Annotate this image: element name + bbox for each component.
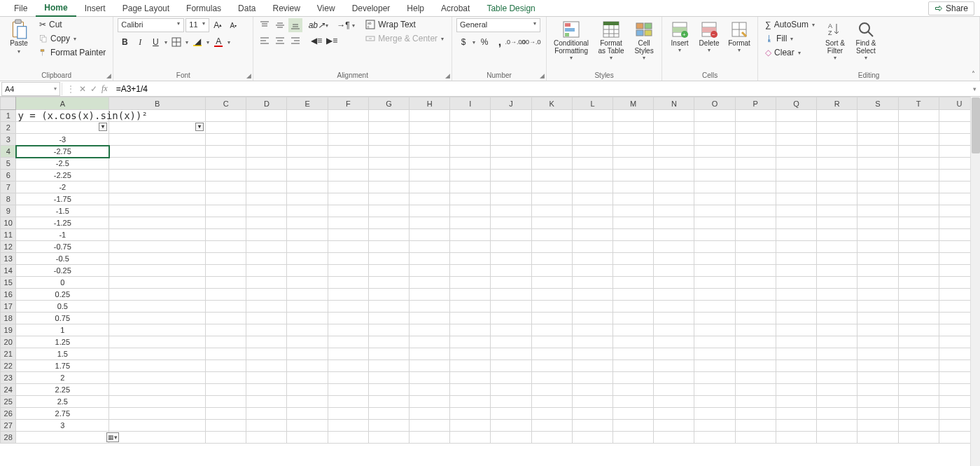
cell-D28[interactable] xyxy=(246,432,287,444)
cell-S14[interactable] xyxy=(858,265,898,277)
cell-F3[interactable] xyxy=(328,134,368,146)
cell-K28[interactable] xyxy=(531,432,572,444)
row-header-14[interactable]: 14 xyxy=(1,265,16,277)
format-as-table-button[interactable]: Format as Table ▾ xyxy=(594,18,628,62)
cell-I19[interactable] xyxy=(450,324,491,336)
column-header-E[interactable]: E xyxy=(287,97,328,110)
cell-R10[interactable] xyxy=(817,217,858,229)
row-header-20[interactable]: 20 xyxy=(1,336,16,348)
row-header-5[interactable]: 5 xyxy=(1,158,16,170)
row-header-11[interactable]: 11 xyxy=(1,229,16,241)
cell-M22[interactable] xyxy=(613,360,654,372)
cell-L4[interactable] xyxy=(572,146,612,158)
cell-styles-button[interactable]: Cell Styles ▾ xyxy=(631,18,657,62)
cell-T7[interactable] xyxy=(898,181,939,193)
cell-M11[interactable] xyxy=(613,229,654,241)
cell-A5[interactable]: -2.5 xyxy=(16,158,109,170)
cell-Q17[interactable] xyxy=(776,301,816,313)
cell-M15[interactable] xyxy=(613,277,654,289)
row-header-4[interactable]: 4 xyxy=(1,146,16,158)
option-dots-icon[interactable]: ⋮ xyxy=(66,84,75,94)
cell-S12[interactable] xyxy=(858,241,898,253)
cell-M1[interactable] xyxy=(613,110,654,122)
cell-O8[interactable] xyxy=(694,193,735,205)
cell-T18[interactable] xyxy=(898,313,939,324)
column-header-P[interactable]: P xyxy=(735,97,776,110)
row-header-9[interactable]: 9 xyxy=(1,205,16,217)
cell-D17[interactable] xyxy=(246,301,287,313)
cell-P3[interactable] xyxy=(735,134,776,146)
cell-M27[interactable] xyxy=(613,420,654,432)
cell-H16[interactable] xyxy=(410,289,450,301)
cell-A23[interactable]: 2 xyxy=(16,372,109,384)
sort-filter-dropdown-icon[interactable]: ▾ xyxy=(833,55,837,61)
cell-B5[interactable] xyxy=(109,158,206,170)
cell-S27[interactable] xyxy=(858,420,898,432)
cut-button[interactable]: ✂ Cut xyxy=(36,18,108,31)
cell-F24[interactable] xyxy=(328,384,368,396)
cell-N4[interactable] xyxy=(654,146,694,158)
cell-F13[interactable] xyxy=(328,253,368,265)
cell-R11[interactable] xyxy=(817,229,858,241)
cell-M17[interactable] xyxy=(613,301,654,313)
cell-C9[interactable] xyxy=(206,205,246,217)
cell-A16[interactable]: 0.25 xyxy=(16,289,109,301)
cell-R1[interactable] xyxy=(817,110,858,122)
cell-J2[interactable] xyxy=(491,122,531,134)
cell-R2[interactable] xyxy=(817,122,858,134)
cell-M18[interactable] xyxy=(613,313,654,324)
cell-L6[interactable] xyxy=(572,170,612,181)
cell-N27[interactable] xyxy=(654,420,694,432)
cell-I14[interactable] xyxy=(450,265,491,277)
cell-L2[interactable] xyxy=(572,122,612,134)
number-launcher-icon[interactable]: ◢ xyxy=(540,72,545,79)
column-header-A[interactable]: A xyxy=(16,97,109,110)
cell-Q25[interactable] xyxy=(776,396,816,408)
cell-G6[interactable] xyxy=(368,170,409,181)
cell-Q26[interactable] xyxy=(776,408,816,420)
cell-T13[interactable] xyxy=(898,253,939,265)
cell-E2[interactable] xyxy=(287,122,328,134)
cell-T27[interactable] xyxy=(898,420,939,432)
cell-K10[interactable] xyxy=(531,217,572,229)
cell-I22[interactable] xyxy=(450,360,491,372)
font-size-select[interactable]: 11▾ xyxy=(186,18,209,32)
cell-E19[interactable] xyxy=(287,324,328,336)
cell-P13[interactable] xyxy=(735,253,776,265)
alignment-launcher-icon[interactable]: ◢ xyxy=(445,72,450,79)
cell-E8[interactable] xyxy=(287,193,328,205)
cell-N15[interactable] xyxy=(654,277,694,289)
cell-T23[interactable] xyxy=(898,372,939,384)
cell-R22[interactable] xyxy=(817,360,858,372)
cell-R7[interactable] xyxy=(817,181,858,193)
cancel-formula-button[interactable]: ✕ xyxy=(79,84,86,94)
cell-P20[interactable] xyxy=(735,336,776,348)
expand-formula-bar-button[interactable]: ▾ xyxy=(969,85,980,92)
cell-C24[interactable] xyxy=(206,384,246,396)
cell-I28[interactable] xyxy=(450,432,491,444)
cell-F22[interactable] xyxy=(328,360,368,372)
tab-formulas[interactable]: Formulas xyxy=(178,1,230,16)
cell-F14[interactable] xyxy=(328,265,368,277)
column-header-N[interactable]: N xyxy=(654,97,694,110)
cell-S16[interactable] xyxy=(858,289,898,301)
accounting-dropdown-icon[interactable]: ▾ xyxy=(472,39,476,46)
cell-N19[interactable] xyxy=(654,324,694,336)
format-as-table-dropdown-icon[interactable]: ▾ xyxy=(609,55,613,61)
cell-D27[interactable] xyxy=(246,420,287,432)
cell-H2[interactable] xyxy=(410,122,450,134)
cell-J3[interactable] xyxy=(491,134,531,146)
cell-P21[interactable] xyxy=(735,348,776,360)
cell-R26[interactable] xyxy=(817,408,858,420)
cell-Q3[interactable] xyxy=(776,134,816,146)
cell-J7[interactable] xyxy=(491,181,531,193)
format-cells-button[interactable]: Format ▾ xyxy=(725,18,753,55)
cell-S15[interactable] xyxy=(858,277,898,289)
cell-M25[interactable] xyxy=(613,396,654,408)
cell-D8[interactable] xyxy=(246,193,287,205)
cell-Q1[interactable] xyxy=(776,110,816,122)
fill-button[interactable]: ⭳Fill▾ xyxy=(762,32,818,45)
cell-T11[interactable] xyxy=(898,229,939,241)
row-header-26[interactable]: 26 xyxy=(1,408,16,420)
vertical-scrollbar[interactable] xyxy=(970,97,980,466)
